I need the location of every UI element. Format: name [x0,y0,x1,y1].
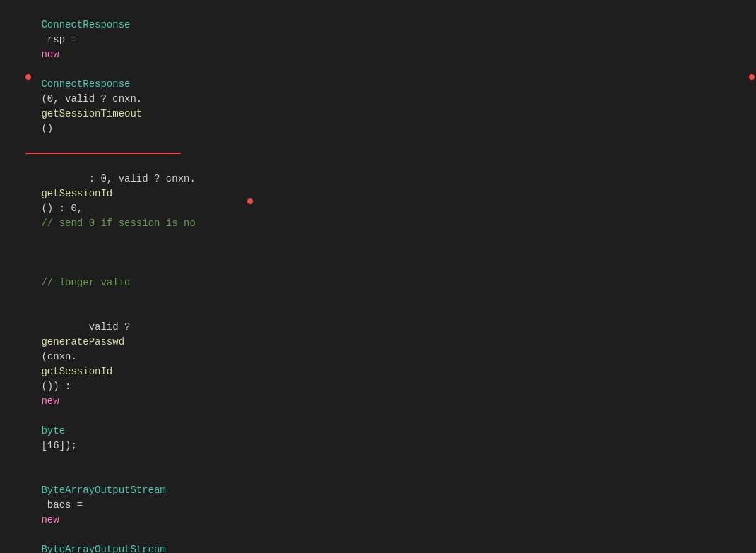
code-line-5: ByteArrayOutputStream baos = new ByteArr… [0,468,756,553]
code-line-1: ConnectResponse rsp = new ConnectRespons… [0,3,756,151]
code-line-2: : 0, valid ? cnxn. getSessionId () : 0, … [0,157,756,246]
code-line-4: valid ? generatePasswd (cnxn. getSession… [0,305,756,468]
error-dot [247,198,253,204]
code-line-3: // longer valid [0,246,756,305]
separator [0,153,756,155]
token-type: ConnectResponse [41,19,130,30]
red-line [25,153,181,154]
error-dot [749,74,755,80]
error-dot [25,74,31,80]
code-editor: ConnectResponse rsp = new ConnectRespons… [0,0,756,553]
